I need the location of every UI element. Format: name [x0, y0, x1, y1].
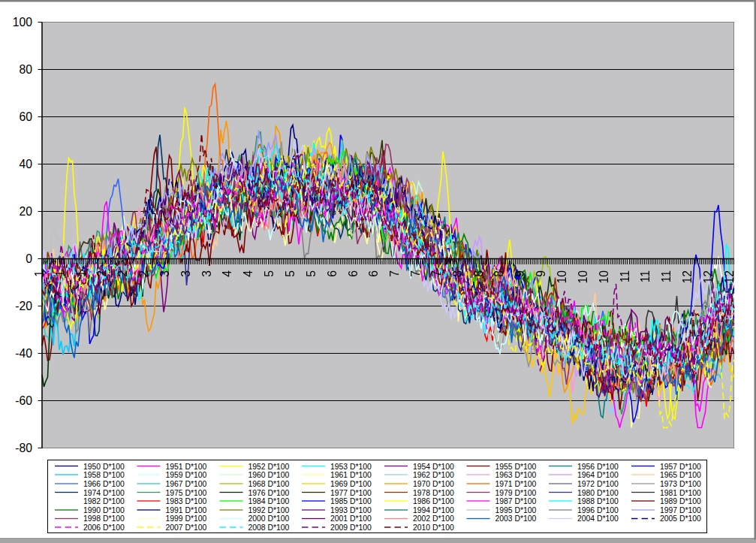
svg-text:12: 12 — [702, 270, 715, 283]
svg-text:2007 D*100: 2007 D*100 — [166, 523, 207, 532]
svg-text:1951 D*100: 1951 D*100 — [166, 463, 207, 471]
svg-text:2002 D*100: 2002 D*100 — [413, 514, 454, 523]
svg-text:1997 D*100: 1997 D*100 — [660, 506, 701, 514]
svg-text:1959 D*100: 1959 D*100 — [166, 471, 207, 479]
svg-text:1978 D*100: 1978 D*100 — [413, 489, 454, 497]
svg-text:1958 D*100: 1958 D*100 — [83, 471, 125, 479]
svg-text:10: 10 — [577, 270, 589, 284]
svg-text:1973 D*100: 1973 D*100 — [660, 480, 701, 488]
svg-text:1960 D*100: 1960 D*100 — [248, 471, 290, 479]
svg-text:8: 8 — [451, 270, 464, 277]
svg-text:1976 D*100: 1976 D*100 — [248, 489, 290, 497]
svg-text:-40: -40 — [15, 347, 32, 360]
svg-text:2001 D*100: 2001 D*100 — [330, 514, 372, 523]
svg-text:1953 D*100: 1953 D*100 — [330, 463, 372, 471]
svg-text:1957 D*100: 1957 D*100 — [660, 463, 701, 471]
svg-text:3: 3 — [158, 270, 171, 277]
svg-text:6: 6 — [326, 270, 339, 277]
svg-text:-20: -20 — [15, 300, 32, 312]
svg-text:1954 D*100: 1954 D*100 — [413, 463, 454, 471]
svg-text:1966 D*100: 1966 D*100 — [83, 480, 125, 488]
svg-text:1971 D*100: 1971 D*100 — [495, 480, 537, 488]
svg-text:3: 3 — [179, 270, 192, 277]
svg-text:11: 11 — [660, 270, 673, 282]
svg-text:1977 D*100: 1977 D*100 — [330, 489, 372, 497]
svg-text:1: 1 — [33, 270, 46, 277]
svg-text:1965 D*100: 1965 D*100 — [660, 471, 701, 479]
svg-text:1980 D*100: 1980 D*100 — [577, 489, 619, 497]
svg-text:6: 6 — [367, 270, 380, 277]
svg-text:2: 2 — [95, 270, 108, 277]
svg-text:2: 2 — [116, 270, 129, 277]
svg-text:2003 D*100: 2003 D*100 — [495, 514, 537, 523]
svg-text:1963 D*100: 1963 D*100 — [495, 471, 537, 479]
svg-text:-60: -60 — [15, 394, 32, 407]
svg-text:1999 D*100: 1999 D*100 — [166, 514, 207, 523]
svg-text:1956 D*100: 1956 D*100 — [577, 463, 619, 471]
svg-text:7: 7 — [388, 270, 401, 277]
svg-text:1992 D*100: 1992 D*100 — [248, 506, 290, 514]
svg-text:1: 1 — [54, 270, 67, 277]
svg-text:1970 D*100: 1970 D*100 — [413, 480, 454, 488]
svg-text:80: 80 — [20, 63, 33, 76]
svg-text:9: 9 — [535, 270, 547, 277]
svg-text:1988 D*100: 1988 D*100 — [577, 497, 619, 505]
svg-text:8: 8 — [492, 270, 505, 277]
svg-text:1955 D*100: 1955 D*100 — [495, 463, 537, 471]
svg-text:1967 D*100: 1967 D*100 — [166, 480, 207, 488]
svg-text:5: 5 — [305, 270, 318, 277]
svg-text:1983 D*100: 1983 D*100 — [166, 497, 207, 505]
svg-text:4: 4 — [221, 270, 233, 277]
svg-text:-80: -80 — [15, 442, 32, 454]
svg-text:1993 D*100: 1993 D*100 — [330, 506, 372, 514]
svg-text:1986 D*100: 1986 D*100 — [413, 497, 454, 505]
svg-text:2: 2 — [137, 270, 150, 277]
svg-text:1984 D*100: 1984 D*100 — [248, 497, 290, 505]
svg-text:1961 D*100: 1961 D*100 — [330, 471, 372, 479]
svg-text:5: 5 — [263, 270, 276, 277]
svg-text:1991 D*100: 1991 D*100 — [166, 506, 207, 514]
svg-text:11: 11 — [619, 270, 631, 282]
svg-text:1989 D*100: 1989 D*100 — [660, 497, 701, 505]
svg-text:1990 D*100: 1990 D*100 — [83, 506, 125, 514]
svg-text:1982 D*100: 1982 D*100 — [83, 497, 125, 505]
svg-text:2006 D*100: 2006 D*100 — [83, 523, 125, 532]
svg-text:1998 D*100: 1998 D*100 — [83, 514, 125, 523]
svg-text:10: 10 — [598, 270, 610, 284]
svg-text:1952 D*100: 1952 D*100 — [248, 463, 290, 471]
svg-text:40: 40 — [20, 158, 33, 170]
svg-text:1969 D*100: 1969 D*100 — [330, 480, 372, 488]
svg-text:9: 9 — [514, 270, 526, 277]
svg-text:1: 1 — [75, 270, 88, 277]
svg-text:3: 3 — [200, 270, 213, 277]
svg-text:1974 D*100: 1974 D*100 — [83, 489, 125, 497]
svg-text:5: 5 — [284, 270, 297, 277]
svg-text:1964 D*100: 1964 D*100 — [577, 471, 619, 479]
svg-text:1996 D*100: 1996 D*100 — [577, 506, 619, 514]
svg-text:1995 D*100: 1995 D*100 — [495, 506, 537, 514]
svg-text:7: 7 — [409, 270, 422, 277]
svg-text:1972 D*100: 1972 D*100 — [577, 480, 619, 488]
svg-text:2010 D*100: 2010 D*100 — [413, 523, 454, 532]
svg-text:10: 10 — [556, 270, 568, 284]
svg-text:60: 60 — [20, 110, 33, 123]
svg-text:7: 7 — [430, 270, 443, 277]
svg-text:2005 D*100: 2005 D*100 — [660, 514, 701, 523]
svg-text:2008 D*100: 2008 D*100 — [248, 523, 290, 532]
svg-text:0: 0 — [26, 252, 32, 265]
svg-text:100: 100 — [13, 16, 32, 29]
svg-text:1950 D*100: 1950 D*100 — [83, 463, 125, 471]
svg-text:2004 D*100: 2004 D*100 — [577, 514, 619, 523]
svg-text:1987 D*100: 1987 D*100 — [495, 497, 537, 505]
svg-text:1979 D*100: 1979 D*100 — [495, 489, 537, 497]
svg-text:20: 20 — [20, 205, 33, 218]
svg-text:1975 D*100: 1975 D*100 — [166, 489, 207, 497]
svg-text:4: 4 — [242, 270, 255, 277]
svg-text:2009 D*100: 2009 D*100 — [330, 523, 372, 532]
svg-text:1968 D*100: 1968 D*100 — [248, 480, 290, 488]
svg-text:8: 8 — [472, 270, 485, 277]
svg-text:1994 D*100: 1994 D*100 — [413, 506, 454, 514]
svg-text:2000 D*100: 2000 D*100 — [248, 514, 290, 523]
svg-text:6: 6 — [347, 270, 360, 277]
svg-text:12: 12 — [681, 270, 694, 283]
